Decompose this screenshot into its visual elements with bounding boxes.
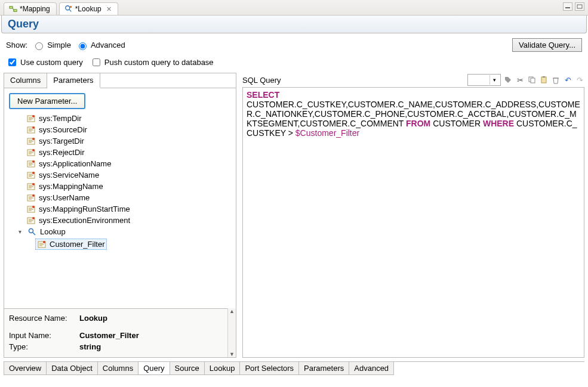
bottom-tab-query[interactable]: Query <box>138 362 170 375</box>
param-item[interactable]: sys:MappingName <box>27 181 235 192</box>
parameter-details-pane: Resource Name: Lookup Input Name: Custom… <box>4 308 227 357</box>
svg-rect-6 <box>577 5 582 8</box>
close-icon[interactable]: ✕ <box>106 5 112 13</box>
push-query-input[interactable] <box>93 58 100 66</box>
maximize-button[interactable] <box>575 2 584 11</box>
paste-icon[interactable] <box>539 75 549 85</box>
sql-keyword-where: WHERE <box>483 119 514 128</box>
svg-point-20 <box>32 183 35 185</box>
lookup-icon <box>28 228 36 236</box>
subtab-spacer <box>100 73 236 88</box>
bottom-tab-parameters[interactable]: Parameters <box>299 362 349 375</box>
param-item[interactable]: sys:ServiceName <box>27 169 235 181</box>
param-item[interactable]: sys:TempDir <box>27 113 235 124</box>
bottom-tab-overview[interactable]: Overview <box>4 362 47 375</box>
param-item[interactable]: sys:ExecutionEnvironment <box>27 215 235 226</box>
param-item-label: sys:MappingName <box>39 182 103 191</box>
svg-point-27 <box>29 228 33 233</box>
bottom-tab-port-selectors[interactable]: Port Selectors <box>240 362 299 375</box>
type-label: Type: <box>9 342 75 351</box>
use-custom-query-label: Use custom query <box>20 58 83 67</box>
input-name-value: Customer_Filter <box>79 331 139 340</box>
svg-line-28 <box>33 233 35 235</box>
svg-line-3 <box>69 10 72 12</box>
show-advanced-input[interactable] <box>79 42 87 50</box>
param-lookup-node[interactable]: ▾ Lookup <box>19 226 235 237</box>
sql-body-2: CUSTOMER <box>433 119 483 128</box>
show-advanced-radio[interactable]: Advanced <box>76 41 125 50</box>
subtab-parameters[interactable]: Parameters <box>47 73 100 88</box>
bottom-tab-data-object[interactable]: Data Object <box>47 362 98 375</box>
tab-mapping-label: *Mapping <box>20 5 50 13</box>
chevron-down-icon: ▾ <box>490 75 499 85</box>
use-custom-query-input[interactable] <box>8 58 16 66</box>
param-item[interactable]: sys:UserName <box>27 192 235 203</box>
tab-mapping[interactable]: *Mapping <box>4 2 57 15</box>
param-icon <box>27 114 35 123</box>
show-simple-input[interactable] <box>35 42 43 50</box>
svg-point-16 <box>32 160 35 163</box>
copy-icon[interactable] <box>527 75 537 85</box>
use-custom-query-checkbox[interactable]: Use custom query <box>6 57 83 68</box>
show-simple-radio[interactable]: Simple <box>32 41 71 50</box>
svg-point-10 <box>32 126 35 129</box>
push-query-checkbox[interactable]: Push custom query to database <box>90 57 214 68</box>
parameter-tree[interactable]: sys:TempDir sys:SourceDir sys:TargetDir … <box>4 112 236 308</box>
bottom-tab-columns[interactable]: Columns <box>98 362 138 375</box>
param-item[interactable]: sys:TargetDir <box>27 135 235 147</box>
expand-icon[interactable]: ▾ <box>19 228 24 235</box>
bottom-tab-lookup[interactable]: Lookup <box>205 362 241 375</box>
right-pane: SQL Query ▾ ✂ ↶ ↷ SELECT CUSTOMER.C_CUST… <box>242 73 584 358</box>
validate-query-button[interactable]: Validate Query... <box>512 38 582 52</box>
svg-point-30 <box>43 241 45 243</box>
show-simple-label: Simple <box>47 41 71 49</box>
svg-rect-1 <box>14 10 17 12</box>
query-options-row: Use custom query Push custom query to da… <box>0 54 588 73</box>
param-icon <box>38 240 46 249</box>
page-title: Query <box>8 18 39 30</box>
tab-lookup[interactable]: *Lookup ✕ <box>59 2 118 15</box>
param-item[interactable]: sys:MappingRunStartTime <box>27 203 235 215</box>
svg-point-22 <box>32 194 35 197</box>
undo-icon[interactable]: ↶ <box>563 75 572 85</box>
input-name-label: Input Name: <box>9 331 75 340</box>
details-scrollbar[interactable]: ▲▼ <box>227 308 236 357</box>
param-icon <box>27 171 35 179</box>
param-item[interactable]: sys:RejectDir <box>27 147 235 158</box>
show-label: Show: <box>6 41 27 49</box>
param-customer-filter-label: Customer_Filter <box>50 240 104 249</box>
subtab-columns[interactable]: Columns <box>4 73 47 88</box>
param-item-label: sys:MappingRunStartTime <box>39 205 130 213</box>
resource-name-label: Resource Name: <box>9 314 75 323</box>
param-icon <box>27 126 35 134</box>
param-item-label: sys:ServiceName <box>39 171 99 179</box>
param-item[interactable]: sys:SourceDir <box>27 124 235 135</box>
new-parameter-button[interactable]: New Parameter... <box>9 93 85 109</box>
param-item-label: sys:ExecutionEnvironment <box>39 216 130 225</box>
sql-header: SQL Query ▾ ✂ ↶ ↷ <box>242 73 584 87</box>
sql-keyword-from: FROM <box>406 119 430 128</box>
left-subtabs: Columns Parameters <box>4 73 236 88</box>
svg-rect-32 <box>531 78 535 83</box>
window-controls <box>563 2 584 11</box>
main-content: Columns Parameters New Parameter... sys:… <box>4 73 584 358</box>
tag-icon[interactable] <box>503 75 513 85</box>
param-lookup-label: Lookup <box>40 227 66 236</box>
param-icon <box>27 137 35 145</box>
param-customer-filter[interactable]: Customer_Filter <box>35 237 235 251</box>
bottom-tab-advanced[interactable]: Advanced <box>349 362 394 375</box>
sql-filter-combo[interactable]: ▾ <box>467 74 501 86</box>
bottom-tab-source[interactable]: Source <box>170 362 205 375</box>
sql-param-customer-filter: $Customer_Filter <box>295 128 359 138</box>
delete-icon[interactable] <box>551 75 561 85</box>
left-pane: Columns Parameters New Parameter... sys:… <box>4 73 236 358</box>
param-item[interactable]: sys:ApplicationName <box>27 158 235 169</box>
sql-query-editor[interactable]: SELECT CUSTOMER.C_CUSTKEY,CUSTOMER.C_NAM… <box>242 87 584 358</box>
svg-rect-5 <box>565 7 570 8</box>
cut-icon[interactable]: ✂ <box>515 75 525 85</box>
redo-icon[interactable]: ↷ <box>575 75 584 85</box>
param-item-label: sys:TargetDir <box>39 137 84 145</box>
param-icon <box>27 216 35 225</box>
svg-point-2 <box>65 6 69 10</box>
minimize-button[interactable] <box>563 2 572 11</box>
